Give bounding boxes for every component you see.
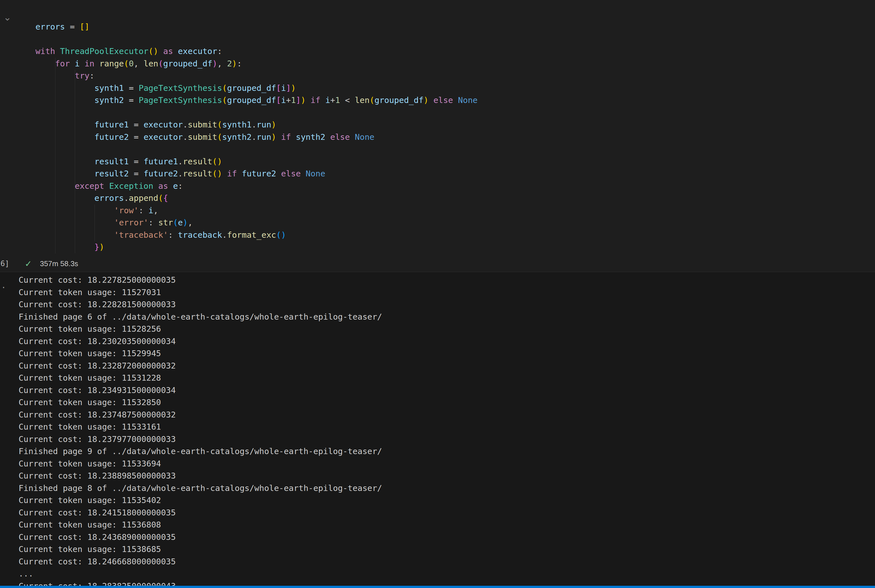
code-line[interactable]: errors = [] [36, 21, 875, 33]
output-line: Current token usage: 11536808 [19, 519, 875, 531]
code-line[interactable]: result1 = future1.result() [36, 156, 875, 168]
code-line[interactable] [36, 33, 875, 46]
code-line[interactable]: try: [36, 70, 875, 82]
code-line[interactable]: 'row': i, [36, 204, 875, 217]
success-check-icon: ✓ [25, 259, 32, 268]
output-line: Current cost: 18.237487500000032 [19, 409, 875, 421]
cell-output[interactable]: . Current cost: 18.227825000000035Curren… [0, 272, 875, 586]
output-line: Current cost: 18.238898500000033 [19, 470, 875, 482]
code-line[interactable]: future2 = executor.submit(synth2.run) if… [36, 131, 875, 144]
output-line: Finished page 8 of ../data/whole-earth-c… [19, 482, 875, 495]
output-gutter-mark: . [1, 280, 6, 290]
output-line: Current token usage: 11532850 [19, 396, 875, 409]
code-line[interactable]: result2 = future2.result() if future2 el… [36, 168, 875, 180]
code-line[interactable]: synth1 = PageTextSynthesis(grouped_df[i]… [36, 82, 875, 94]
output-text-block: Current cost: 18.227825000000035Current … [0, 272, 875, 586]
output-line: Current token usage: 11529945 [19, 348, 875, 360]
code-line[interactable]: with ThreadPoolExecutor() as executor: [36, 45, 875, 58]
output-line: Current cost: 18.237977000000033 [19, 433, 875, 446]
code-line[interactable] [36, 143, 875, 156]
output-line: Current token usage: 11538685 [19, 543, 875, 556]
output-line: Current cost: 18.232872000000032 [19, 360, 875, 372]
code-line[interactable]: synth2 = PageTextSynthesis(grouped_df[i+… [36, 94, 875, 106]
code-line[interactable]: 'error': str(e), [36, 217, 875, 229]
notebook-code-cell[interactable]: ⌄ errors = [] with ThreadPoolExecutor() … [0, 0, 875, 272]
output-line: Finished page 9 of ../data/whole-earth-c… [19, 446, 875, 458]
output-line: Current cost: 18.283825000000043 [19, 580, 875, 586]
collapse-cell-icon[interactable]: ⌄ [3, 12, 12, 22]
cell-focus-indicator [0, 586, 875, 588]
output-line: Current token usage: 11531228 [19, 372, 875, 384]
code-line[interactable]: 'traceback': traceback.format_exc() [36, 229, 875, 242]
indent-guide [95, 204, 95, 242]
indent-guide [55, 58, 56, 254]
output-line: Current cost: 18.246668000000035 [19, 556, 875, 568]
code-line[interactable]: errors.append({ [36, 192, 875, 204]
execution-count: [6] [0, 260, 9, 268]
output-line: Current token usage: 11533161 [19, 421, 875, 433]
output-line: ... [19, 568, 875, 580]
output-line: Current cost: 18.234931500000034 [19, 384, 875, 397]
code-line[interactable] [36, 106, 875, 119]
output-line: Current token usage: 11527031 [19, 286, 875, 299]
code-line[interactable]: except Exception as e: [36, 180, 875, 192]
execution-status-row: [6] ✓ 357m 58.3s [0, 257, 875, 270]
output-line: Current cost: 18.227825000000035 [19, 274, 875, 286]
code-line[interactable]: }) [36, 241, 875, 254]
output-line: Current cost: 18.243689000000035 [19, 531, 875, 543]
output-line: Current token usage: 11528256 [19, 323, 875, 335]
execution-duration: 357m 58.3s [40, 260, 78, 268]
output-line: Finished page 6 of ../data/whole-earth-c… [19, 311, 875, 323]
code-line[interactable]: future1 = executor.submit(synth1.run) [36, 119, 875, 131]
output-line: Current cost: 18.230203500000034 [19, 335, 875, 348]
code-line[interactable]: for i in range(0, len(grouped_df), 2): [36, 58, 875, 70]
code-editor[interactable]: errors = [] with ThreadPoolExecutor() as… [36, 21, 875, 254]
output-line: Current cost: 18.228281500000033 [19, 298, 875, 311]
output-line: Current cost: 18.241518000000035 [19, 507, 875, 519]
output-line: Current token usage: 11533694 [19, 458, 875, 470]
output-line: Current token usage: 11535402 [19, 494, 875, 507]
